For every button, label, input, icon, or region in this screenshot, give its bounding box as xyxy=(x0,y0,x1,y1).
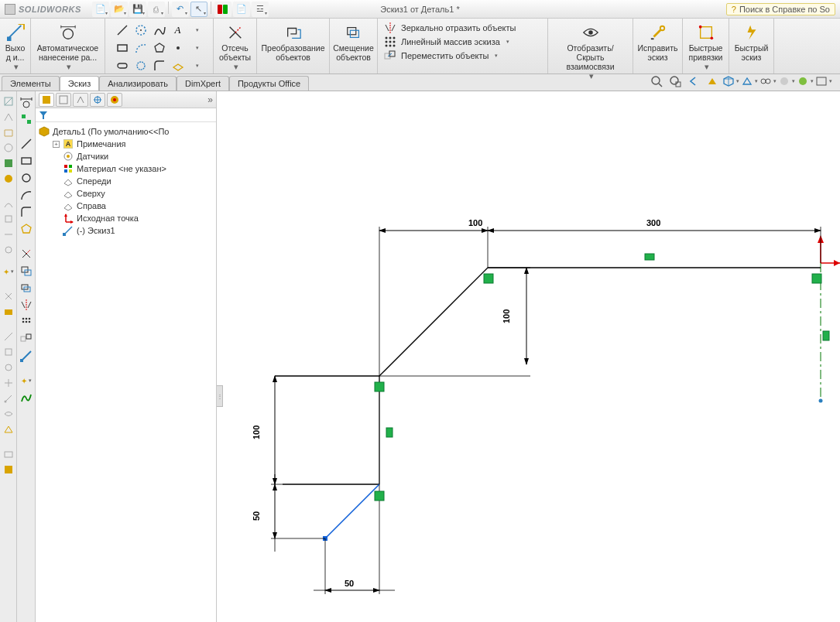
point-tool[interactable] xyxy=(169,39,187,56)
sketch-line-selected[interactable] xyxy=(325,484,379,538)
spline-tool[interactable] xyxy=(150,22,168,39)
fl-9[interactable] xyxy=(2,227,15,241)
properties-button[interactable]: ☲▾ xyxy=(252,2,269,17)
relation-marker[interactable] xyxy=(645,254,654,260)
tab-dimxpert[interactable]: DimXpert xyxy=(177,76,229,91)
ml-sketch[interactable] xyxy=(19,348,34,364)
fl-5[interactable] xyxy=(2,156,15,170)
ml-convert[interactable] xyxy=(19,263,34,279)
ml-offset[interactable] xyxy=(19,280,34,296)
print-button[interactable]: ⎙▾ xyxy=(148,2,165,17)
fl-11[interactable]: ✦▾ xyxy=(2,265,15,279)
perimeter-circle-tool[interactable] xyxy=(132,57,149,74)
smart-dimension-button[interactable]: Автоматическое нанесение ра... ▾ xyxy=(35,21,101,73)
scene-button[interactable]: ▾ xyxy=(797,73,814,89)
ml-pattern[interactable] xyxy=(19,314,34,330)
appearance-button[interactable]: ▾ xyxy=(778,73,795,89)
move-entities-button[interactable]: Переместить объекты ▾ xyxy=(382,49,499,63)
quick-snaps-button[interactable]: Быстрые привязки ▾ xyxy=(687,21,725,73)
tree-expand-icon[interactable]: + xyxy=(53,141,60,148)
ml-display[interactable]: ✦▾ xyxy=(19,373,34,388)
dimension-50-vert[interactable]: 50 xyxy=(252,474,325,552)
ellipse-tool[interactable]: A xyxy=(169,22,187,39)
sketch-line[interactable] xyxy=(379,268,488,376)
tab-sketch[interactable]: Эскиз xyxy=(60,76,99,91)
relation-marker[interactable] xyxy=(375,491,384,501)
fl-3[interactable] xyxy=(2,125,15,139)
linear-pattern-button[interactable]: Линейный массив эскиза ▾ xyxy=(382,35,511,49)
arc-tool[interactable] xyxy=(132,39,149,56)
convert-entities-button[interactable]: Преобразование объектов xyxy=(259,21,327,64)
fl-16[interactable] xyxy=(2,361,15,374)
tree-sensors[interactable]: Датчики xyxy=(39,150,213,162)
relation-marker[interactable] xyxy=(812,274,821,283)
previous-view-button[interactable] xyxy=(685,73,702,89)
fl-4[interactable] xyxy=(2,141,15,155)
display-style-button[interactable]: ▾ xyxy=(741,73,758,89)
tree-root[interactable]: Деталь1 (По умолчанию<<По xyxy=(39,125,213,138)
relation-marker[interactable] xyxy=(375,382,384,391)
exit-sketch-button[interactable]: Выхо д и... ▾ xyxy=(2,21,29,73)
tree-right[interactable]: Справа xyxy=(39,200,213,212)
ml-line[interactable] xyxy=(19,136,34,152)
tab-analyze[interactable]: Анализировать xyxy=(99,76,177,91)
dimension-100-top[interactable]: 100 xyxy=(379,218,488,376)
fm-tab-render[interactable] xyxy=(107,93,122,107)
mirror-entities-button[interactable]: Зеркально отразить объекты xyxy=(382,21,517,35)
display-relations-button[interactable]: Отобразить/Скрыть взаимосвязи ▾ xyxy=(553,21,628,83)
zoom-area-button[interactable] xyxy=(667,73,684,89)
tree-sketch1[interactable]: (-) Эскиз1 xyxy=(39,224,213,237)
ml-poly[interactable] xyxy=(19,221,34,237)
tab-elements[interactable]: Элементы xyxy=(2,76,60,91)
plane-tool[interactable] xyxy=(169,57,187,74)
fl-18[interactable] xyxy=(2,391,15,405)
ml-circle[interactable] xyxy=(19,170,34,186)
relation-marker[interactable] xyxy=(386,428,393,437)
fm-tab-config[interactable] xyxy=(73,93,88,107)
tree-material[interactable]: Материал <не указан> xyxy=(39,162,213,175)
fillet-tool[interactable] xyxy=(150,57,168,74)
polygon-tool[interactable] xyxy=(150,39,168,56)
fm-tab-property[interactable] xyxy=(56,93,71,107)
tree-origin[interactable]: Исходная точка xyxy=(39,212,213,224)
dd[interactable]: ▾ xyxy=(187,22,205,39)
tab-office[interactable]: Продукты Office xyxy=(229,76,309,91)
fl-6[interactable] xyxy=(2,172,15,186)
save-button[interactable]: 💾▾ xyxy=(129,2,146,17)
fl-2[interactable] xyxy=(2,110,15,124)
fl-10[interactable] xyxy=(2,243,15,257)
fl-1[interactable] xyxy=(2,94,15,108)
tree-top[interactable]: Сверху xyxy=(39,187,213,200)
view-orientation-button[interactable]: ▾ xyxy=(722,73,739,89)
relation-marker[interactable] xyxy=(823,331,829,340)
fl-12[interactable] xyxy=(2,289,15,303)
dimension-50-horiz[interactable]: 50 xyxy=(314,579,395,590)
fl-7[interactable] xyxy=(2,197,15,210)
tree-front[interactable]: Спереди xyxy=(39,175,213,187)
fm-tab-feature[interactable] xyxy=(39,93,54,107)
ml-spline2[interactable] xyxy=(19,390,34,405)
rapid-sketch-button[interactable]: Быстрый эскиз xyxy=(732,21,771,64)
ml-fillet[interactable] xyxy=(19,204,34,220)
graphics-viewport[interactable]: ⋮ xyxy=(217,91,840,622)
view-settings-button[interactable]: ▾ xyxy=(815,73,832,89)
ml-trim[interactable] xyxy=(19,246,34,261)
select-button[interactable]: ↖▾ xyxy=(190,2,207,17)
dimension-100-vert-mid[interactable]: 100 xyxy=(379,268,530,376)
ml-rel[interactable] xyxy=(19,111,34,127)
trim-entities-button[interactable]: Отсечь объекты ▾ xyxy=(217,21,253,73)
help-search[interactable]: ? Поиск в Справке по So xyxy=(726,3,835,15)
fl-17[interactable] xyxy=(2,376,15,390)
fl-8[interactable] xyxy=(2,212,15,226)
new-doc-button[interactable]: 📄▾ xyxy=(92,2,109,17)
tree-annotations[interactable]: + A Примечания xyxy=(39,138,213,150)
zoom-fit-button[interactable] xyxy=(648,73,665,89)
undo-button[interactable]: ↶▾ xyxy=(172,2,189,17)
ml-rect[interactable] xyxy=(19,153,34,169)
dimension-100-vert-left[interactable]: 100 xyxy=(252,376,283,484)
ml-move[interactable] xyxy=(19,331,34,347)
relation-marker[interactable] xyxy=(484,274,493,283)
repair-sketch-button[interactable]: Исправить эскиз xyxy=(636,21,681,64)
dd[interactable]: ▾ xyxy=(187,57,205,74)
rectangle-tool[interactable] xyxy=(113,39,131,56)
